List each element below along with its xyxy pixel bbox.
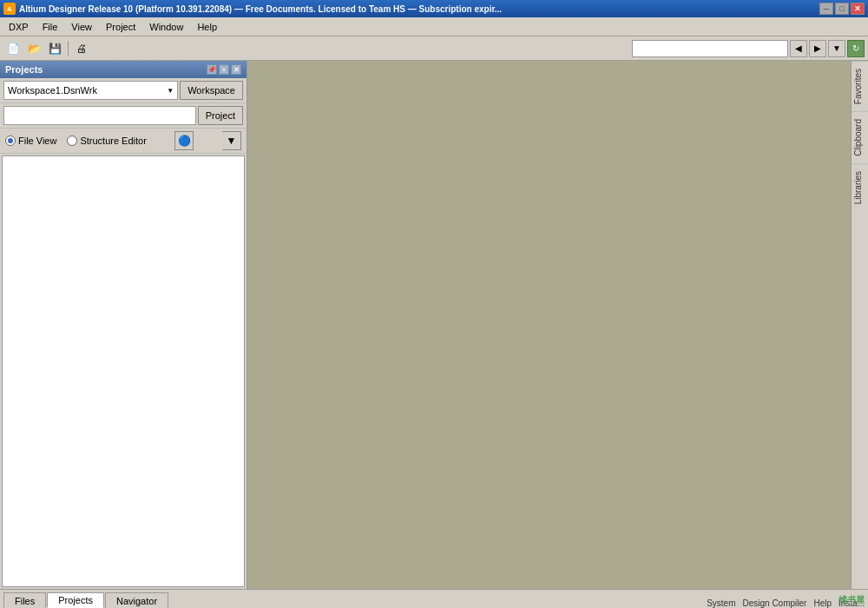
project-row: Project: [0, 103, 247, 129]
title-bar: A Altium Designer Release 10 (Platform 1…: [0, 0, 868, 17]
structure-editor-option[interactable]: Structure Editor: [67, 135, 146, 146]
bottom-bar: Files Projects Navigator System Design C…: [0, 589, 868, 608]
panel-pin-button[interactable]: 📌: [207, 64, 217, 75]
menu-dxp[interactable]: DXP: [2, 17, 36, 36]
status-system[interactable]: System: [707, 598, 735, 608]
workspace-filename: Workspace1.DsnWrk: [8, 85, 97, 96]
status-design-compiler[interactable]: Design Compiler: [742, 598, 806, 608]
workspace-button[interactable]: Workspace: [180, 81, 243, 100]
search-input[interactable]: [632, 40, 788, 57]
tab-navigator[interactable]: Navigator: [105, 592, 168, 608]
tab-projects[interactable]: Projects: [47, 592, 104, 608]
toolbar: 📄 📂 💾 🖨 ◀ ▶ ▼ ↻: [0, 36, 868, 61]
restore-button[interactable]: □: [835, 3, 849, 15]
menu-help[interactable]: Help: [190, 17, 224, 36]
sidebar-tab-libraries[interactable]: Libraries: [852, 163, 869, 211]
panel-title: Projects: [5, 64, 43, 75]
new-button[interactable]: 📄: [3, 39, 23, 58]
sidebar-tab-favorites[interactable]: Favorites: [852, 61, 869, 111]
status-help[interactable]: Help: [813, 598, 832, 608]
view-icon-button1[interactable]: 🔵: [174, 131, 194, 150]
tab-files[interactable]: Files: [3, 592, 46, 608]
open-button[interactable]: 📂: [24, 39, 43, 58]
sidebar-tab-clipboard[interactable]: Clipboard: [852, 111, 869, 163]
dropdown-arrow-icon: ▼: [167, 87, 174, 95]
structure-editor-radio[interactable]: [67, 135, 77, 146]
menu-bar: DXP File View Project Window Help: [0, 17, 868, 36]
project-button[interactable]: Project: [198, 106, 243, 125]
project-tree[interactable]: [2, 155, 245, 587]
close-button[interactable]: ✕: [851, 3, 865, 15]
nav-refresh-button[interactable]: ↻: [847, 40, 865, 57]
panel-header: Projects 📌 ≡ ✕: [0, 61, 247, 78]
projects-panel: Projects 📌 ≡ ✕ Workspace1.DsnWrk ▼ Works…: [0, 61, 247, 589]
app-logo: A: [3, 3, 16, 15]
workspace-dropdown[interactable]: Workspace1.DsnWrk ▼: [3, 81, 178, 100]
search-box: ◀ ▶ ▼ ↻: [632, 40, 865, 57]
menu-window[interactable]: Window: [142, 17, 190, 36]
save-button[interactable]: 💾: [45, 39, 64, 58]
nav-back-button[interactable]: ◀: [790, 40, 807, 57]
nav-forward-button[interactable]: ▶: [809, 40, 826, 57]
right-sidebar: Favorites Clipboard Libraries: [851, 61, 868, 589]
extra-button[interactable]: 🖨: [72, 39, 91, 58]
structure-editor-label: Structure Editor: [80, 135, 146, 146]
nav-menu-button[interactable]: ▼: [828, 40, 845, 57]
file-view-option[interactable]: File View: [5, 135, 56, 146]
minimize-button[interactable]: ─: [819, 3, 833, 15]
project-input[interactable]: [3, 106, 196, 125]
view-row: File View Structure Editor 🔵 ▼: [0, 129, 247, 154]
view-icon-button2[interactable]: ▼: [222, 131, 241, 150]
panel-header-controls: 📌 ≡ ✕: [207, 64, 241, 75]
menu-file[interactable]: File: [36, 17, 65, 36]
title-bar-controls: ─ □ ✕: [819, 3, 865, 15]
title-bar-left: A Altium Designer Release 10 (Platform 1…: [3, 3, 502, 15]
menu-project[interactable]: Project: [99, 17, 142, 36]
file-view-radio[interactable]: [5, 135, 16, 146]
panel-close-button[interactable]: ✕: [231, 64, 241, 75]
file-view-label: File View: [18, 135, 56, 146]
content-area: [247, 61, 851, 589]
radio-dot: [8, 138, 13, 143]
title-bar-text: Altium Designer Release 10 (Platform 10.…: [19, 4, 502, 14]
panel-menu-button[interactable]: ≡: [219, 64, 229, 75]
menu-view[interactable]: View: [64, 17, 99, 36]
workspace-row: Workspace1.DsnWrk ▼ Workspace: [0, 78, 247, 103]
main-area: Projects 📌 ≡ ✕ Workspace1.DsnWrk ▼ Works…: [0, 61, 868, 589]
toolbar-sep: [68, 41, 69, 56]
watermark: 维书屋: [838, 594, 865, 606]
